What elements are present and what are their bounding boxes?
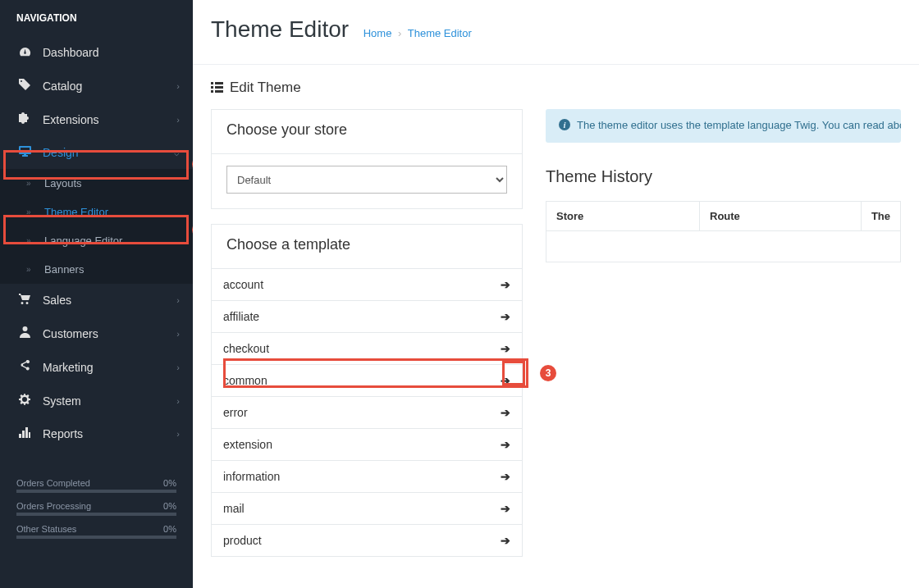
double-chevron-icon: » (26, 265, 38, 274)
template-row-extension[interactable]: extension ➔ (211, 429, 523, 461)
nav-label: Design (43, 146, 79, 159)
double-chevron-icon: » (26, 179, 38, 188)
nav-marketing[interactable]: Marketing › (0, 350, 193, 384)
history-table: Store Route The (546, 201, 901, 262)
stat-label: Orders Completed (16, 478, 90, 488)
template-row-product[interactable]: product ➔ (211, 525, 523, 557)
nav-label: Dashboard (43, 46, 99, 59)
breadcrumb-separator: › (398, 27, 401, 39)
desktop-icon (16, 146, 33, 159)
nav-customers[interactable]: Customers › (0, 317, 193, 350)
stat-label: Orders Processing (16, 501, 91, 511)
template-panel: Choose a template (211, 224, 523, 268)
page-title: Theme Editor (211, 16, 349, 43)
nav-catalog[interactable]: Catalog › (0, 69, 193, 103)
section-title-text: Edit Theme (230, 80, 301, 96)
list-icon (211, 81, 223, 95)
history-col-store: Store (546, 202, 700, 231)
page-header: Theme Editor Home › Theme Editor (193, 0, 919, 65)
section-title: Edit Theme (211, 80, 901, 109)
stats-block: Orders Completed 0% Orders Processing 0%… (0, 467, 193, 549)
chevron-right-icon: › (176, 81, 180, 91)
breadcrumb-current[interactable]: Theme Editor (408, 27, 472, 39)
template-label: affiliate (223, 310, 259, 323)
chevron-right-icon: › (176, 115, 180, 125)
arrow-right-icon: ➔ (501, 342, 510, 355)
history-empty-row (546, 231, 901, 262)
store-select[interactable]: Default (226, 166, 507, 194)
template-row-error[interactable]: error ➔ (211, 397, 523, 429)
nav-label: Reports (43, 427, 83, 440)
chevron-down-icon: ⌵ (174, 148, 180, 158)
arrow-right-icon: ➔ (501, 470, 510, 483)
double-chevron-icon: » (26, 207, 38, 217)
stat-label: Other Statuses (16, 524, 76, 534)
stat-bar (16, 513, 176, 516)
share-icon (16, 360, 33, 374)
template-row-checkout[interactable]: checkout ➔ (211, 333, 523, 365)
nav-label: Catalog (43, 80, 82, 93)
template-label: mail (223, 502, 245, 515)
history-col-route: Route (700, 202, 862, 231)
stat-bar (16, 536, 176, 539)
nav-design[interactable]: Design ⌵ (0, 136, 193, 169)
nav-extensions[interactable]: Extensions › (0, 103, 193, 136)
template-label: checkout (223, 342, 269, 355)
template-row-affiliate[interactable]: affiliate ➔ (211, 301, 523, 333)
breadcrumb-home[interactable]: Home (363, 27, 392, 39)
chevron-right-icon: › (176, 429, 180, 439)
template-label: information (223, 470, 280, 483)
chevron-right-icon: › (176, 362, 180, 372)
dashboard-icon (16, 46, 33, 59)
template-label: extension (223, 438, 272, 451)
template-label: account (223, 278, 263, 291)
info-alert: i The theme editor uses the template lan… (546, 109, 901, 143)
info-alert-text: The theme editor uses the template langu… (577, 119, 901, 131)
cog-icon (16, 394, 33, 408)
stat-row: Orders Completed 0% (16, 473, 176, 490)
arrow-right-icon: ➔ (501, 438, 510, 451)
history-col-theme: The (861, 202, 900, 231)
chevron-right-icon: › (176, 396, 180, 406)
nav-header: NAVIGATION (0, 0, 193, 36)
template-label: error (223, 406, 248, 419)
arrow-right-icon: ➔ (501, 310, 510, 323)
nav-dashboard[interactable]: Dashboard (0, 36, 193, 69)
main-content: Theme Editor Home › Theme Editor Edit Th… (193, 0, 919, 588)
template-row-account[interactable]: account ➔ (211, 268, 523, 301)
sidebar: NAVIGATION Dashboard Catalog › Extension… (0, 0, 193, 588)
nav-sub-language-editor[interactable]: » Language Editor (0, 226, 193, 255)
nav-system[interactable]: System › (0, 384, 193, 417)
nav-sub-banners[interactable]: » Banners (0, 255, 193, 284)
chevron-right-icon: › (176, 295, 180, 305)
template-label: common (223, 374, 267, 387)
stat-value: 0% (163, 501, 176, 511)
history-title: Theme History (546, 167, 901, 186)
nav-label: Marketing (43, 361, 93, 374)
template-row-information[interactable]: information ➔ (211, 461, 523, 493)
info-icon: i (559, 119, 570, 133)
nav-sub-label: Layouts (44, 177, 82, 189)
stat-value: 0% (163, 524, 176, 534)
breadcrumb: Home › Theme Editor (363, 27, 472, 39)
nav-sub-label: Theme Editor (44, 206, 108, 218)
arrow-right-icon: ➔ (501, 278, 510, 291)
nav-reports[interactable]: Reports › (0, 417, 193, 450)
nav-sub-label: Language Editor (44, 235, 122, 247)
content-body: Edit Theme Choose your store Default (193, 65, 919, 572)
stat-row: Other Statuses 0% (16, 519, 176, 536)
nav-sales[interactable]: Sales › (0, 284, 193, 317)
user-icon (16, 326, 33, 340)
nav-sub-theme-editor[interactable]: » Theme Editor (0, 198, 193, 226)
nav-sub-layouts[interactable]: » Layouts (0, 169, 193, 198)
nav-label: Customers (43, 327, 98, 340)
cart-icon (16, 294, 33, 307)
chevron-right-icon: › (176, 329, 180, 339)
template-row-common[interactable]: common ➔ (211, 365, 523, 397)
stat-row: Orders Processing 0% (16, 496, 176, 513)
template-row-mail[interactable]: mail ➔ (211, 493, 523, 525)
annotation-badge: 3 (540, 365, 556, 381)
nav-label: Extensions (43, 113, 98, 126)
template-list: account ➔ affiliate ➔ checkout ➔ common … (211, 268, 523, 557)
arrow-right-icon: ➔ (501, 502, 510, 515)
